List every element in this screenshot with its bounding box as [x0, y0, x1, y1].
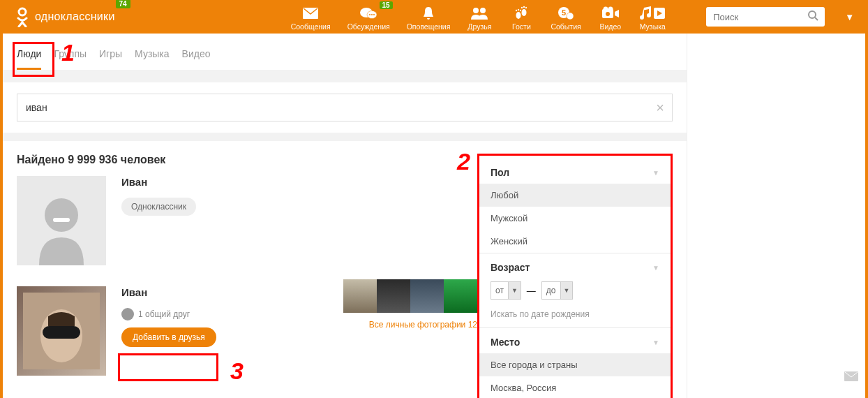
message-icon[interactable]	[844, 371, 858, 383]
header-menu-caret-icon[interactable]: ▼	[845, 12, 854, 22]
svg-point-7	[473, 8, 479, 13]
top-nav: Сообщения Обсуждения 15 Оповещения Друзь…	[283, 3, 674, 31]
notifications-badge: 74	[116, 0, 130, 8]
add-friend-button[interactable]: Добавить в друзья	[121, 327, 216, 347]
svg-line-26	[815, 17, 818, 20]
mail-icon	[302, 6, 319, 21]
header-search: ▼	[706, 7, 854, 27]
filters-panel: Пол ▼ Любой Мужской Женский Возраст ▼	[477, 154, 673, 398]
person-name[interactable]: Иван	[121, 176, 463, 188]
header-search-input[interactable]	[706, 7, 825, 27]
feet-icon	[514, 6, 529, 21]
filter-gender-header[interactable]: Пол ▼	[491, 167, 659, 178]
chevron-down-icon: ▼	[508, 282, 521, 299]
svg-point-0	[19, 8, 26, 15]
person-result: Иван Одноклассник	[17, 176, 463, 265]
svg-point-4	[369, 14, 371, 15]
gender-option-female[interactable]: Женский	[479, 230, 671, 253]
classmate-tag[interactable]: Одноклассник	[121, 198, 196, 216]
age-to-select[interactable]: до▼	[541, 281, 574, 300]
svg-text:5: 5	[562, 8, 566, 17]
nav-friends[interactable]: Друзья	[458, 3, 500, 31]
tab-music[interactable]: Музыка	[135, 44, 170, 70]
discussions-badge: 15	[380, 1, 393, 9]
age-from-select[interactable]: от▼	[491, 281, 521, 300]
svg-point-15	[523, 6, 525, 8]
svg-point-27	[45, 198, 78, 232]
svg-point-23	[606, 12, 610, 16]
filter-place: Место ▼ Все города и страны Москва, Росс…	[479, 328, 671, 398]
nav-discussions[interactable]: Обсуждения 15	[339, 3, 398, 31]
mutual-friend-avatar-icon	[121, 308, 134, 320]
right-sidebar	[687, 34, 865, 398]
collapse-icon: ▼	[652, 264, 659, 272]
svg-point-13	[520, 10, 521, 11]
svg-point-12	[518, 9, 519, 10]
svg-point-25	[809, 11, 816, 18]
chat-icon	[359, 6, 377, 21]
place-option-all[interactable]: Все города и страны	[479, 353, 671, 376]
svg-point-19	[567, 13, 574, 20]
nav-video[interactable]: Видео	[590, 3, 631, 31]
svg-point-5	[371, 14, 373, 15]
logo[interactable]: одноклассники 74	[14, 6, 115, 27]
search-icon	[808, 10, 818, 21]
nav-events[interactable]: 5 События	[542, 3, 589, 31]
music-icon	[640, 6, 665, 21]
avatar-silhouette-icon	[27, 189, 96, 265]
person-name[interactable]: Иван	[121, 286, 463, 298]
tabs-bar: Люди Группы Игры Музыка Видео	[3, 34, 687, 70]
svg-point-9	[516, 12, 521, 19]
annotation-2: 2	[457, 148, 470, 175]
events-icon: 5	[558, 6, 574, 21]
video-icon	[601, 6, 620, 21]
nav-notifications[interactable]: Оповещения	[398, 3, 459, 31]
svg-point-6	[373, 14, 375, 15]
bell-icon	[421, 6, 435, 21]
mutual-friends[interactable]: 1 общий друг	[121, 308, 463, 320]
results-column: Найдено 9 999 936 человек 2 Иван Однокла…	[17, 154, 477, 398]
annotation-3: 3	[230, 358, 244, 385]
clear-search-icon[interactable]: ×	[656, 100, 664, 116]
annotation-1: 1	[61, 39, 75, 66]
tab-games[interactable]: Игры	[99, 44, 122, 70]
filter-age-header[interactable]: Возраст ▼	[491, 262, 659, 273]
svg-point-22	[608, 7, 613, 12]
collapse-icon: ▼	[652, 339, 659, 346]
svg-point-8	[480, 8, 486, 13]
place-option-moscow[interactable]: Москва, Россия	[479, 376, 671, 398]
svg-point-21	[603, 7, 608, 12]
logo-text: одноклассники	[35, 10, 115, 23]
results-count: Найдено 9 999 936 человек	[17, 154, 463, 166]
svg-rect-31	[43, 326, 80, 339]
ok-logo-icon	[14, 6, 31, 27]
svg-point-11	[516, 10, 517, 11]
top-header: одноклассники 74 Сообщения Обсуждения 15…	[0, 0, 868, 34]
filter-place-header[interactable]: Место ▼	[491, 337, 659, 348]
collapse-icon: ▼	[652, 169, 659, 177]
svg-point-16	[525, 7, 527, 8]
tab-video[interactable]: Видео	[182, 44, 211, 70]
gender-option-any[interactable]: Любой	[479, 184, 671, 207]
search-by-dob-link[interactable]: Искать по дате рождения	[491, 309, 659, 319]
avatar-face-icon	[23, 293, 100, 369]
svg-rect-28	[53, 218, 70, 222]
svg-point-14	[521, 7, 523, 8]
header-search-button[interactable]	[808, 10, 818, 23]
gender-option-male[interactable]: Мужской	[479, 207, 671, 230]
tab-people[interactable]: Люди	[17, 44, 41, 70]
friends-icon	[470, 6, 489, 21]
search-panel: ×	[3, 82, 687, 133]
people-search-input[interactable]	[17, 94, 673, 121]
filter-age: Возраст ▼ от▼ — до▼ Искать по дате рожде…	[479, 253, 671, 328]
nav-messages[interactable]: Сообщения	[283, 3, 339, 31]
filter-gender: Пол ▼ Любой Мужской Женский	[479, 159, 671, 253]
nav-music[interactable]: Музыка	[631, 3, 674, 31]
person-result: Иван 1 общий друг Добавить в друзья 3	[17, 286, 463, 376]
nav-guests[interactable]: Гости	[500, 3, 542, 31]
avatar-photo[interactable]	[17, 286, 106, 376]
chevron-down-icon: ▼	[560, 282, 573, 299]
svg-point-10	[522, 9, 527, 16]
avatar-placeholder[interactable]	[17, 176, 106, 265]
